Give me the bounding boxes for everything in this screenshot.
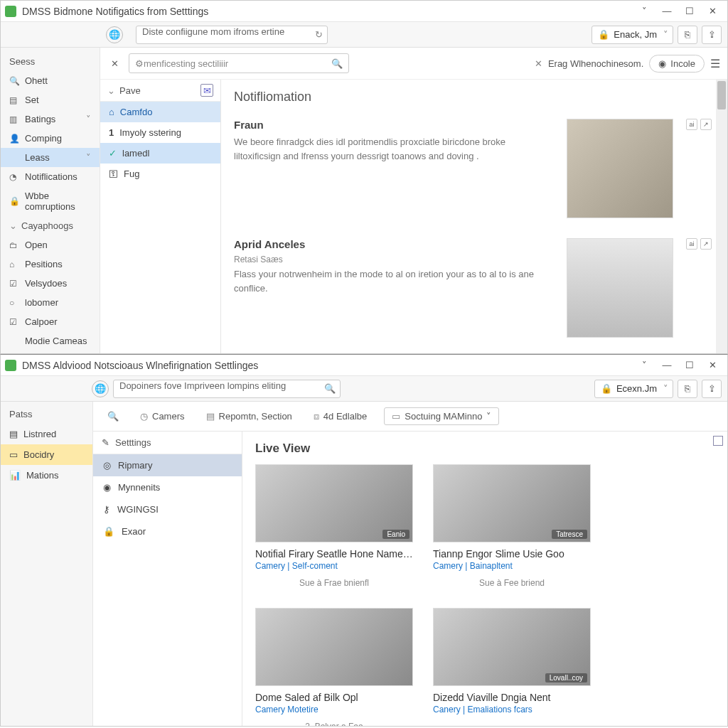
search-icon: 🔍 (107, 411, 119, 422)
gallery-card[interactable]: Lovall..coy Dizedd Viaville Dngia Nent C… (433, 608, 591, 726)
sub-item-camfdo[interactable]: ⌂Camfdo (100, 102, 220, 122)
search-input[interactable]: ⚙ menficesting sectiliiir 🔍 (129, 53, 349, 73)
settings-panel: ✎Setttings ◎Ripmary ◉Mynnenits ⚷WGINGSI … (93, 432, 242, 726)
gallery: Live View Eanio Notifial Firary Seatlle … (242, 432, 727, 726)
tab-4d[interactable]: ⧈4d Edlalbe (309, 408, 371, 425)
gallery-card[interactable]: Dome Saled af Bilk Opl Camery Motetire 2… (255, 608, 413, 726)
gallery-card[interactable]: Eanio Notifial Firary Seatlle Hone Name.… (255, 464, 413, 588)
card-subtitle: Camery | Self-coment (255, 561, 413, 571)
card-body: We beore finradgck dies idl poritmendlis… (234, 135, 554, 163)
list-icon: ▤ (9, 95, 19, 105)
panel-heading[interactable]: ✎Setttings (93, 432, 242, 454)
badge-icon[interactable]: ↗ (700, 238, 712, 250)
close-button[interactable]: ✕ (702, 357, 723, 374)
gallery-card[interactable]: Tatresce Tiannp Engor Slime Usie Goo Cam… (433, 464, 591, 588)
refresh-icon[interactable]: ↻ (315, 29, 323, 40)
tab-report[interactable]: ▤Repomtn, Section (202, 408, 296, 424)
thumbnail (567, 119, 673, 218)
user-icon: ◉ (658, 58, 666, 69)
sidebar-item-positions[interactable]: ⌂Pesitions (1, 255, 100, 274)
menu-icon[interactable]: ☰ (710, 57, 720, 70)
maximize-button[interactable]: ☐ (679, 357, 700, 374)
pencil-icon: ✎ (102, 437, 109, 448)
minimize-button[interactable]: — (656, 3, 678, 20)
sidebar-item-set[interactable]: ▤Set (1, 90, 100, 109)
search-icon[interactable]: 🔍 (324, 383, 336, 394)
document-icon: ▤ (206, 411, 215, 422)
close-icon[interactable]: ✕ (535, 58, 542, 69)
search-icon: 🔍 (9, 76, 19, 86)
globe-icon[interactable]: 🌐 (106, 26, 123, 43)
sidebar-item-wbbe[interactable]: 🔒Wbbe comruptions (1, 186, 100, 216)
sub-panel-head[interactable]: ⌄Pave✉ (100, 80, 220, 102)
close-button[interactable]: ✕ (702, 3, 723, 20)
titlebar: DMSS Aldviood Notscioaus Wlnefirignation… (1, 355, 727, 376)
card-subtitle: Retasi Saæs (234, 255, 554, 264)
share-icon[interactable]: ⇪ (702, 26, 722, 44)
sidebar-item-eacelyalse[interactable]: Eacelyalse (1, 350, 100, 353)
tab-camers[interactable]: ◷Camers (136, 408, 189, 424)
scroll-thumb[interactable] (717, 81, 726, 109)
search-icon[interactable]: 🔍 (331, 58, 343, 69)
breadcrumb: ✕ Erag Wlhenochinesom. ◉Incole ☰ (535, 55, 720, 73)
sidebar-item-ohett[interactable]: 🔍Ohett (1, 71, 100, 90)
sub-item-fug[interactable]: ⚿Fug (100, 164, 220, 184)
sidebar-heading: Seess (1, 52, 100, 71)
globe-icon[interactable]: 🌐 (92, 380, 109, 397)
chevron-down-icon[interactable]: ˅ (633, 357, 655, 374)
window-advanced: DMSS Aldviood Notscioaus Wlnefirignation… (0, 354, 728, 727)
user-dropdown[interactable]: 🔒 Ecexn.Jm ˅ (594, 380, 673, 398)
target-icon: ◎ (103, 460, 111, 471)
sidebar-item-lobomer[interactable]: ○lobomer (1, 293, 100, 312)
sidebar-item-leass[interactable]: Leass˅ (1, 148, 100, 167)
home-icon: ⌂ (109, 107, 114, 117)
sidebar-item-bocidry[interactable]: ▭Bocidry (1, 444, 92, 465)
panel-item-wgingsi[interactable]: ⚷WGINGSI (93, 498, 242, 520)
copy-icon[interactable]: ⎘ (678, 380, 697, 398)
sidebar-item-calpoer[interactable]: ☑Calpoer (1, 312, 100, 331)
sidebar-item-notifications[interactable]: ◔Notiflications (1, 167, 100, 186)
titlebar: DMSS Bidmone Notifigatics from Setttings… (1, 1, 727, 22)
sub-item-imyoly[interactable]: 1Imyoly sstering (100, 122, 220, 143)
thumbnail: Eanio (255, 464, 413, 542)
sidebar-item-listnred[interactable]: ▤Listnred (1, 424, 92, 444)
tab-soctuing[interactable]: ▭Soctuing MAMinno ˅ (384, 407, 499, 425)
tab-search[interactable]: 🔍 (103, 408, 123, 424)
address-bar[interactable]: Diste confiigune mom ifroms ertine ↻ (136, 26, 328, 44)
panel-item-ripmary[interactable]: ◎Ripmary (93, 454, 242, 476)
sidebar-item-batings[interactable]: ▥Batings˅ (1, 109, 100, 129)
pill-incole[interactable]: ◉Incole (649, 55, 705, 73)
sidebar-item-mations[interactable]: 📊Mations (1, 465, 92, 486)
panel-item-mynnenits[interactable]: ◉Mynnenits (93, 476, 242, 498)
sidebar-group[interactable]: ⌄Cayaphoogs (1, 216, 100, 235)
lock-icon: 🔒 (601, 383, 612, 394)
expand-icon[interactable] (713, 436, 723, 446)
badge-icon[interactable]: ↗ (700, 119, 712, 130)
close-icon[interactable]: ✕ (107, 58, 122, 69)
minimize-button[interactable]: — (656, 357, 678, 374)
sub-item-lamedl[interactable]: ✓lamedl (100, 143, 220, 164)
app-icon (5, 360, 16, 371)
thumbnail (567, 238, 673, 338)
sidebar-item-modie[interactable]: Modie Cameas (1, 331, 100, 350)
address-bar[interactable]: Dopoiners fove Impriveen lompins eliting… (113, 380, 341, 398)
scrollbar[interactable] (716, 80, 727, 353)
card-note: Sue à Frae bnienfl (255, 578, 413, 588)
maximize-button[interactable]: ☐ (679, 3, 700, 20)
mail-icon[interactable]: ✉ (200, 84, 213, 97)
sidebar-item-comping[interactable]: 👤Comping (1, 129, 100, 148)
address-text: Diste confiigune mom ifroms ertine (142, 26, 284, 37)
copy-icon[interactable]: ⎘ (678, 26, 697, 44)
sidebar-item-velsydoes[interactable]: ☑Velsydoes (1, 274, 100, 293)
address-text: Dopoiners fove Impriveen lompins eliting (119, 380, 286, 391)
sidebar-item-open[interactable]: 🗀Open (1, 235, 100, 255)
badge-icon[interactable]: ai (686, 238, 697, 250)
share-icon[interactable]: ⇪ (702, 380, 722, 398)
search-row: ✕ ⚙ menficesting sectiliiir 🔍 ✕ Erag Wlh… (100, 48, 727, 80)
badge-icon[interactable]: ai (686, 119, 697, 130)
user-dropdown[interactable]: 🔒 Enack, Jm ˅ (592, 26, 673, 44)
panel-item-exaor[interactable]: 🔒Exaor (93, 520, 242, 542)
lock-icon: 🔒 (103, 526, 114, 537)
card-title: Notifial Firary Seatlle Hone Name.... (255, 548, 413, 560)
chevron-down-icon[interactable]: ˅ (633, 3, 655, 20)
